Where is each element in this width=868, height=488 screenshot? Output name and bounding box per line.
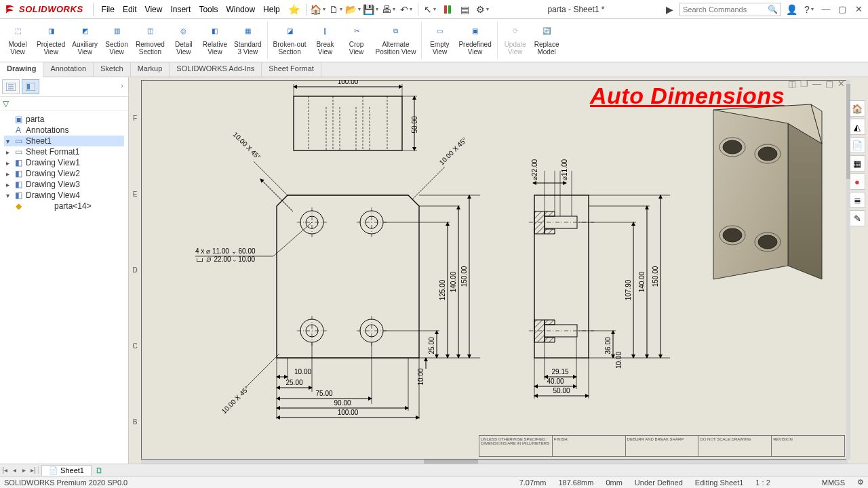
replace-model-label: Replace Model bbox=[534, 41, 559, 56]
replace-model-button[interactable]: 🔄Replace Model bbox=[532, 20, 562, 60]
document-title: parta - Sheet1 * bbox=[547, 5, 604, 14]
tab-drawing[interactable]: Drawing bbox=[0, 62, 43, 77]
hud-appearance-icon[interactable]: ● bbox=[849, 174, 865, 190]
auxiliary-view-button[interactable]: ◩Auxiliary View bbox=[69, 20, 100, 60]
svg-line-45 bbox=[412, 167, 445, 199]
help-button[interactable]: ? bbox=[802, 2, 816, 17]
broken-out-section-label: Broken-out Section bbox=[273, 41, 307, 56]
v-scrollbar[interactable] bbox=[846, 80, 850, 460]
svg-text:150.00: 150.00 bbox=[460, 266, 468, 287]
menu-insert[interactable]: Insert bbox=[166, 3, 195, 16]
crop-view-button[interactable]: ✂Crop View bbox=[342, 20, 372, 60]
settings-button[interactable]: ⚙ bbox=[475, 2, 490, 17]
tree-drawing-view1[interactable]: ▸◧Drawing View1 bbox=[4, 157, 124, 168]
crop-view-icon: ✂ bbox=[348, 22, 366, 39]
svg-text:10.00 X 45°: 10.00 X 45° bbox=[232, 131, 262, 161]
tab-sheet-format[interactable]: Sheet Format bbox=[262, 62, 321, 77]
status-gear-icon[interactable]: ⚙ bbox=[857, 478, 864, 487]
tab-markup[interactable]: Markup bbox=[131, 62, 170, 77]
update-view-label: Update View bbox=[505, 41, 526, 56]
close-button[interactable]: ✕ bbox=[852, 4, 865, 14]
relative-view-button[interactable]: ◧Relative View bbox=[200, 20, 230, 60]
svg-rect-9 bbox=[294, 96, 402, 150]
save-button[interactable]: 💾 bbox=[363, 2, 378, 17]
tree-parta-14-[interactable]: ◆parta<14> bbox=[4, 201, 124, 211]
menu-window[interactable]: Window bbox=[222, 3, 259, 16]
status-z: 0mm bbox=[606, 479, 622, 487]
tab-annotation[interactable]: Annotation bbox=[43, 62, 94, 77]
feature-tree-tab[interactable] bbox=[2, 79, 20, 94]
options-list-button[interactable]: ▤ bbox=[458, 2, 473, 17]
svg-text:⌀11.00: ⌀11.00 bbox=[561, 159, 568, 180]
main-area: › ▽ ▣partaAAnnotations▾▭Sheet1▸▭Sheet Fo… bbox=[0, 77, 868, 464]
alternate-position-view-button[interactable]: ⧉Alternate Position View bbox=[373, 20, 419, 60]
drawing-canvas[interactable]: FEDCB ◫ ❐ — ▢ ✕ Auto Dimensions 🏠 ◭ 📄 ▦ … bbox=[129, 77, 868, 464]
replace-model-icon: 🔄 bbox=[538, 22, 555, 39]
search-input[interactable] bbox=[683, 5, 765, 14]
menu-file[interactable]: File bbox=[98, 3, 119, 16]
predefined-view-button[interactable]: ▣Predefined View bbox=[456, 20, 494, 60]
property-tab[interactable] bbox=[22, 79, 39, 94]
title-block: UNLESS OTHERWISE SPECIFIED: DIMENSIONS A… bbox=[479, 435, 845, 457]
tree-sheet1[interactable]: ▾▭Sheet1 bbox=[4, 136, 124, 146]
tree-drawing-view2[interactable]: ▸◧Drawing View2 bbox=[4, 168, 124, 179]
select-button[interactable]: ↖ bbox=[422, 2, 437, 17]
tree-root[interactable]: ▣parta bbox=[4, 114, 124, 125]
print-button[interactable]: 🖶 bbox=[381, 2, 396, 17]
tree-drawing-view3[interactable]: ▸◧Drawing View3 bbox=[4, 179, 124, 190]
filter-icon[interactable]: ▽ bbox=[3, 99, 9, 108]
empty-view-icon: ▭ bbox=[431, 22, 448, 39]
removed-section-label: Removed Section bbox=[136, 41, 165, 56]
svg-text:50.00: 50.00 bbox=[411, 116, 418, 133]
menu-edit[interactable]: Edit bbox=[119, 3, 141, 16]
tree-sheet-format1[interactable]: ▸▭Sheet Format1 bbox=[4, 146, 124, 157]
tab-solidworks-add-ins[interactable]: SOLIDWORKS Add-Ins bbox=[170, 62, 262, 77]
break-view-button[interactable]: ∥Break View bbox=[311, 20, 340, 60]
tab-sketch[interactable]: Sketch bbox=[94, 62, 131, 77]
user-icon[interactable]: 👤 bbox=[784, 2, 799, 17]
alternate-position-view-icon: ⧉ bbox=[387, 22, 404, 39]
menu-expand-icon[interactable]: ⭐ bbox=[287, 2, 302, 17]
new-button[interactable]: 🗋 bbox=[328, 2, 343, 17]
home-button[interactable]: 🏠 bbox=[311, 2, 326, 17]
tree-drawing-view4[interactable]: ▾◧Drawing View4 bbox=[4, 190, 124, 201]
empty-view-button[interactable]: ▭Empty View bbox=[425, 20, 454, 60]
search-commands[interactable]: 🔍 bbox=[679, 3, 781, 16]
svg-line-47 bbox=[247, 354, 279, 386]
menu-view[interactable]: View bbox=[141, 3, 167, 16]
hud-home-icon[interactable]: 🏠 bbox=[849, 100, 865, 117]
menu-tools[interactable]: Tools bbox=[195, 3, 222, 16]
rebuild-button[interactable] bbox=[440, 2, 455, 17]
model-view-button[interactable]: ⬚Model View bbox=[3, 20, 33, 60]
model-view-label: Model View bbox=[8, 41, 26, 56]
removed-section-button[interactable]: ◫Removed Section bbox=[133, 20, 167, 60]
restore-button[interactable]: ▢ bbox=[835, 4, 849, 14]
auxiliary-view-label: Auxiliary View bbox=[72, 41, 98, 56]
hud-display-icon[interactable]: 📄 bbox=[849, 137, 865, 153]
undo-button[interactable]: ↶ bbox=[399, 2, 414, 17]
svg-text:⌴ ⌀ 22.00 ⌄ 10.00: ⌴ ⌀ 22.00 ⌄ 10.00 bbox=[197, 256, 256, 263]
sheet-tab[interactable]: 📄 Sheet1 bbox=[41, 465, 92, 476]
h-scrollbar[interactable] bbox=[141, 460, 848, 464]
open-button[interactable]: 📂 bbox=[346, 2, 361, 17]
section-view-icon: ▥ bbox=[108, 22, 125, 39]
menu-bar: SOLIDWORKS FileEditViewInsertToolsWindow… bbox=[0, 0, 868, 19]
panel-expand-icon[interactable]: › bbox=[118, 79, 126, 94]
hud-section-icon[interactable]: ▦ bbox=[849, 155, 865, 171]
hud-list-icon[interactable]: ≣ bbox=[849, 192, 865, 208]
minimize-button[interactable]: — bbox=[819, 4, 833, 14]
add-sheet-button[interactable]: 🗋 bbox=[92, 466, 107, 474]
projected-view-button[interactable]: ◨Projected View bbox=[34, 20, 68, 60]
section-view-button[interactable]: ▥Section View bbox=[102, 20, 132, 60]
status-y: 187.68mm bbox=[558, 479, 593, 487]
menu-help[interactable]: Help bbox=[259, 3, 284, 16]
broken-out-section-button[interactable]: ◪Broken-out Section bbox=[271, 20, 309, 60]
tree-annotations[interactable]: AAnnotations bbox=[4, 125, 124, 136]
sheet-nav[interactable]: |◂◂▸▸| bbox=[0, 466, 39, 474]
hud-iso-icon[interactable]: ◭ bbox=[849, 119, 865, 135]
svg-text:10.00: 10.00 bbox=[294, 368, 311, 375]
detail-view-button[interactable]: ◎Detail View bbox=[169, 20, 199, 60]
standard-3-view-button[interactable]: ▦Standard 3 View bbox=[231, 20, 264, 60]
play-icon[interactable]: ▶ bbox=[662, 2, 677, 17]
hud-edit-icon[interactable]: ✎ bbox=[849, 210, 865, 226]
